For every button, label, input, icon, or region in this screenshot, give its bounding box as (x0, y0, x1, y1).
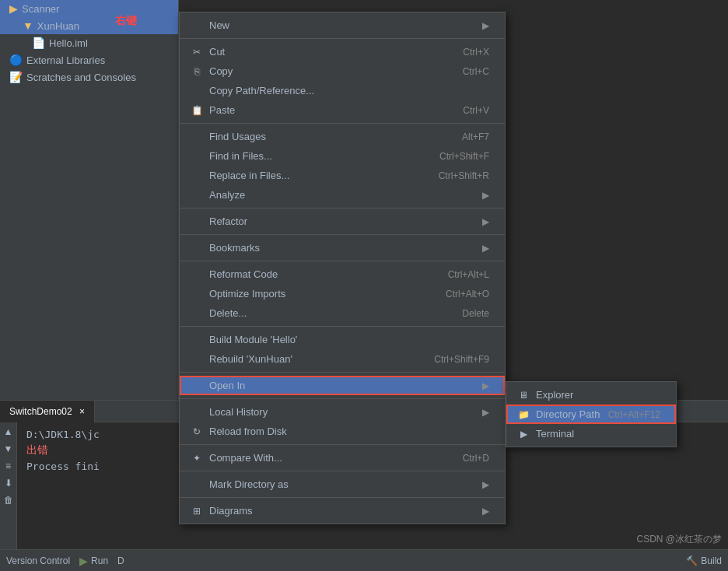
sidebar-item-scratches[interactable]: 📝 Scratches and Consoles (0, 68, 178, 86)
menu-mark-dir-label: Mark Directory as (209, 478, 289, 490)
menu-item-open-in[interactable]: Open In ▶ (180, 376, 505, 395)
menu-diagrams-label: Diagrams (209, 505, 253, 517)
separator-11 (180, 497, 505, 498)
menu-item-reformat[interactable]: Reformat Code Ctrl+Alt+L (180, 264, 505, 284)
menu-bookmarks-label: Bookmarks (209, 242, 260, 254)
sidebar-item-xunhuan[interactable]: ▼ XunHuan (0, 17, 178, 34)
cut-shortcut: Ctrl+X (463, 47, 489, 58)
explorer-icon: 🖥 (517, 390, 530, 401)
sidebar-item-extlibs-label: External Libraries (26, 54, 105, 66)
folder-icon-xunhuan: ▼ (23, 19, 33, 32)
compare-shortcut: Ctrl+D (463, 453, 489, 464)
menu-item-analyze[interactable]: Analyze ▶ (180, 185, 505, 205)
bottom-statusbar: Version Control ▶ Run D 🔨 Build (0, 549, 728, 571)
submenu-item-terminal[interactable]: ▶ Terminal (506, 424, 676, 443)
reload-icon: ↻ (191, 426, 203, 437)
submenu-dir-path-label: Directory Path (536, 408, 600, 420)
menu-item-reload[interactable]: ↻ Reload from Disk (180, 422, 505, 441)
menu-item-mark-directory[interactable]: Mark Directory as ▶ (180, 475, 505, 494)
menu-item-copy[interactable]: ⎘ Copy Ctrl+C (180, 61, 505, 81)
tab-close-button[interactable]: × (79, 406, 85, 417)
menu-item-find-in-files[interactable]: Find in Files... Ctrl+Shift+F (180, 146, 505, 166)
menu-cut-label: Cut (209, 46, 225, 58)
menu-item-build-module[interactable]: Build Module 'Hello' (180, 330, 505, 349)
menu-open-in-label: Open In (209, 380, 245, 391)
lib-icon: 🔵 (9, 54, 23, 66)
menu-local-history-label: Local History (209, 406, 268, 418)
arrow-refactor: ▶ (482, 216, 489, 227)
scratch-icon: 📝 (9, 71, 23, 83)
version-control-btn[interactable]: Version Control (6, 555, 70, 566)
menu-copy-path-label: Copy Path/Reference... (209, 85, 314, 96)
menu-analyze-label: Analyze (209, 189, 245, 201)
dir-path-icon: 📁 (517, 409, 530, 420)
menu-copy-label: Copy (209, 65, 233, 77)
menu-item-replace-in-files[interactable]: Replace in Files... Ctrl+Shift+R (180, 166, 505, 185)
d-btn[interactable]: D (117, 555, 124, 566)
arrow-open-in: ▶ (482, 380, 489, 391)
run-btn[interactable]: ▶ Run (79, 555, 108, 567)
separator-3 (180, 208, 505, 208)
menu-reload-label: Reload from Disk (209, 426, 287, 437)
optimize-shortcut: Ctrl+Alt+O (446, 289, 489, 300)
toolbar-up-btn[interactable]: ▲ (2, 426, 15, 438)
right-click-annotation: 右键 (115, 14, 137, 28)
copy-shortcut: Ctrl+C (463, 66, 489, 77)
sidebar-item-external-libs[interactable]: 🔵 External Libraries (0, 51, 178, 68)
menu-compare-label: Compare With... (209, 452, 282, 464)
separator-7 (180, 372, 505, 373)
ide-background: ▶ Scanner ▼ XunHuan 📄 Hello.iml 🔵 Extern… (0, 0, 728, 571)
submenu-item-directory-path[interactable]: 📁 Directory Path Ctrl+Alt+F12 (506, 405, 676, 424)
copy-icon: ⎘ (191, 66, 203, 77)
tab-switchdemo02[interactable]: SwitchDemo02 × (0, 401, 95, 422)
menu-item-refactor[interactable]: Refactor ▶ (180, 212, 505, 231)
rebuild-shortcut: Ctrl+Shift+F9 (434, 354, 489, 365)
toolbar-clear-btn[interactable]: 🗑 (2, 494, 15, 506)
compare-icon: ✦ (191, 453, 203, 464)
sidebar-item-scanner-label: Scanner (22, 3, 59, 15)
separator-4 (180, 234, 505, 235)
open-in-submenu: 🖥 Explorer 📁 Directory Path Ctrl+Alt+F12… (506, 381, 677, 447)
separator-5 (180, 261, 505, 261)
menu-item-diagrams[interactable]: ⊞ Diagrams ▶ (180, 501, 505, 520)
menu-delete-label: Delete... (209, 307, 247, 319)
menu-item-new[interactable]: New ▶ (180, 16, 505, 35)
menu-item-copy-path[interactable]: Copy Path/Reference... (180, 81, 505, 100)
build-btn[interactable]: 🔨 Build (686, 555, 722, 566)
toolbar-wrap-btn[interactable]: ≡ (2, 460, 15, 472)
menu-rebuild-label: Rebuild 'XunHuan' (209, 353, 292, 365)
separator-2 (180, 123, 505, 124)
reformat-shortcut: Ctrl+Alt+L (448, 269, 489, 280)
submenu-explorer-label: Explorer (536, 389, 573, 401)
separator-8 (180, 398, 505, 399)
sidebar-item-hello-iml[interactable]: 📄 Hello.iml (0, 34, 178, 51)
submenu-item-explorer[interactable]: 🖥 Explorer (506, 385, 676, 405)
arrow-mark-dir: ▶ (482, 479, 489, 490)
menu-build-label: Build Module 'Hello' (209, 334, 297, 345)
menu-item-delete[interactable]: Delete... Delete (180, 303, 505, 323)
diagrams-icon: ⊞ (191, 506, 203, 517)
sidebar-item-scratches-label: Scratches and Consoles (26, 72, 136, 83)
menu-item-rebuild[interactable]: Rebuild 'XunHuan' Ctrl+Shift+F9 (180, 349, 505, 369)
submenu-terminal-label: Terminal (536, 428, 574, 440)
toolbar-down-btn[interactable]: ▼ (2, 443, 15, 455)
menu-item-bookmarks[interactable]: Bookmarks ▶ (180, 238, 505, 257)
arrow-local-history: ▶ (482, 407, 489, 418)
separator-6 (180, 326, 505, 327)
arrow-bookmarks: ▶ (482, 243, 489, 254)
cut-icon: ✂ (191, 47, 203, 58)
menu-item-local-history[interactable]: Local History ▶ (180, 402, 505, 422)
sidebar-item-scanner[interactable]: ▶ Scanner (0, 0, 178, 17)
menu-item-paste[interactable]: 📋 Paste Ctrl+V (180, 100, 505, 120)
find-files-shortcut: Ctrl+Shift+F (439, 151, 489, 162)
menu-item-find-usages[interactable]: Find Usages Alt+F7 (180, 127, 505, 146)
menu-item-cut[interactable]: ✂ Cut Ctrl+X (180, 42, 505, 61)
dir-path-shortcut: Ctrl+Alt+F12 (608, 409, 660, 420)
play-icon: ▶ (79, 555, 88, 567)
menu-new-label: New (209, 19, 229, 31)
menu-refactor-label: Refactor (209, 215, 247, 227)
menu-item-optimize[interactable]: Optimize Imports Ctrl+Alt+O (180, 284, 505, 303)
menu-item-compare[interactable]: ✦ Compare With... Ctrl+D (180, 448, 505, 468)
toolbar-save-btn[interactable]: ⬇ (2, 477, 15, 489)
menu-reformat-label: Reformat Code (209, 268, 278, 280)
